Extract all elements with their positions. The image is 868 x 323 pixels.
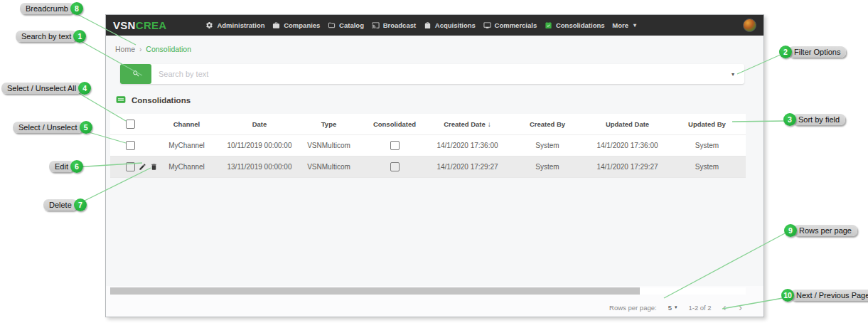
callout-search-by-text: Search by text 1: [16, 30, 86, 43]
nav-label: Acquisitions: [435, 21, 476, 29]
gear-icon: [205, 21, 213, 29]
column-header-updated-date[interactable]: Updated Date: [586, 120, 668, 128]
rows-per-page-value: 5: [668, 304, 672, 312]
breadcrumb: Home › Consolidation: [106, 36, 763, 53]
next-page-icon[interactable]: ›: [739, 302, 742, 312]
callout-number: 10: [781, 289, 794, 302]
nav-item-administration[interactable]: Administration: [205, 21, 264, 29]
cell-type: VSNMulticom: [295, 142, 363, 149]
shopping-bag-icon: [424, 21, 432, 29]
row-select-checkbox[interactable]: [126, 141, 135, 150]
cell-date: 10/11/2019 00:00:00: [224, 142, 295, 149]
previous-page-icon[interactable]: ‹: [723, 302, 727, 312]
logo-text-crea: CREA: [136, 19, 167, 31]
table-header-row: Channel Date Type Consolidated Created D…: [110, 114, 746, 135]
cast-icon: [372, 21, 380, 29]
callout-select-unselect: Select / Unselect 5: [13, 121, 92, 134]
scrollbar-thumb[interactable]: [110, 287, 640, 295]
sort-descending-icon: ↓: [488, 120, 491, 128]
user-avatar[interactable]: [743, 18, 756, 32]
column-header-created-date[interactable]: Created Date↓: [427, 120, 508, 128]
callout-label: Filter Options: [788, 46, 846, 58]
callout-number: 5: [80, 121, 92, 134]
nav-label: Administration: [217, 21, 264, 29]
nav-item-commercials[interactable]: Commercials: [483, 21, 537, 29]
breadcrumb-current[interactable]: Consolidation: [146, 45, 191, 53]
table-row[interactable]: MyChannel 10/11/2019 00:00:00 VSNMultico…: [110, 135, 746, 157]
callout-select-unselect-all: Select / Unselect All 4: [1, 82, 91, 95]
edit-icon[interactable]: [139, 163, 146, 171]
cell-created-date: 14/1/2020 17:36:00: [427, 142, 508, 149]
cell-updated-by: System: [668, 163, 746, 171]
search-bar: ▾: [120, 64, 744, 84]
callout-number: 3: [783, 113, 796, 126]
app-window: VSNCREA Administration Companies Catalog…: [105, 14, 764, 317]
page-title: Consolidations: [132, 96, 191, 105]
callout-label: Breadcrumb: [20, 3, 74, 14]
nav-label: Catalog: [339, 21, 364, 29]
callout-next-previous-page: 10 Next / Previous Page: [781, 289, 868, 302]
column-header-updated-by[interactable]: Updated By: [668, 120, 746, 128]
breadcrumb-separator-icon: ›: [139, 46, 141, 53]
cell-updated-date: 14/1/2020 17:29:27: [586, 163, 668, 171]
nav-label: Broadcast: [383, 21, 416, 29]
briefcase-icon: [272, 21, 280, 29]
callout-label: Select / Unselect All: [1, 83, 82, 94]
column-header-date[interactable]: Date: [224, 120, 295, 128]
nav-item-companies[interactable]: Companies: [272, 21, 320, 29]
row-select-checkbox[interactable]: [126, 162, 135, 171]
column-header-consolidated[interactable]: Consolidated: [363, 120, 427, 128]
consolidated-checkbox[interactable]: [390, 141, 400, 150]
section-header: Consolidations: [116, 94, 763, 107]
folder-icon: [328, 21, 336, 29]
horizontal-scrollbar[interactable]: [110, 287, 746, 295]
callout-delete: Delete 7: [43, 198, 87, 211]
callout-number: 8: [70, 2, 83, 15]
rows-per-page-label: Rows per page:: [609, 304, 657, 312]
nav-item-broadcast[interactable]: Broadcast: [372, 21, 416, 29]
consolidated-checkbox[interactable]: [390, 162, 400, 171]
search-input[interactable]: [151, 70, 732, 78]
cell-date: 13/11/2019 00:00:00: [224, 163, 295, 171]
column-header-created-by[interactable]: Created By: [508, 120, 586, 128]
logo-text-vsn: VSN: [113, 19, 136, 31]
callout-number: 9: [784, 224, 797, 237]
cell-updated-date: 14/1/2020 17:36:00: [586, 142, 668, 149]
callout-label: Rows per page: [793, 225, 857, 236]
callout-label: Search by text: [16, 31, 77, 42]
select-all-checkbox[interactable]: [126, 120, 135, 129]
callout-number: 7: [74, 198, 87, 211]
nav-label: Consolidations: [556, 21, 605, 29]
cell-created-date: 14/1/2020 17:29:27: [427, 163, 508, 171]
search-icon: [132, 69, 140, 80]
vsncrea-logo[interactable]: VSNCREA: [113, 19, 166, 31]
calendar-check-icon: [545, 21, 552, 29]
breadcrumb-home[interactable]: Home: [115, 45, 135, 53]
table-row[interactable]: MyChannel 13/11/2019 00:00:00 VSNMultico…: [110, 157, 746, 178]
cell-created-by: System: [508, 163, 586, 171]
column-header-channel[interactable]: Channel: [149, 120, 224, 128]
callout-sort-by-field: 3 Sort by field: [783, 113, 845, 126]
table-footer: Rows per page: 5 ▾ 1-2 of 2 ‹ ›: [106, 286, 763, 317]
monitor-icon: [483, 21, 491, 29]
nav-item-acquisitions[interactable]: Acquisitions: [424, 21, 476, 29]
nav-item-consolidations[interactable]: Consolidations: [545, 21, 605, 29]
nav-label: Commercials: [495, 21, 537, 29]
column-label: Created Date: [444, 120, 486, 128]
callout-filter-options: 2 Filter Options: [779, 46, 846, 58]
filter-options-caret-icon[interactable]: ▾: [732, 71, 744, 78]
cell-channel: MyChannel: [149, 163, 224, 171]
search-button[interactable]: [120, 64, 151, 84]
top-navbar: VSNCREA Administration Companies Catalog…: [106, 15, 763, 36]
callout-number: 4: [78, 82, 91, 95]
callout-rows-per-page: 9 Rows per page: [784, 224, 857, 237]
nav-item-catalog[interactable]: Catalog: [328, 21, 364, 29]
column-header-type[interactable]: Type: [295, 120, 363, 128]
caret-down-icon: ▾: [633, 22, 636, 28]
rows-per-page-select[interactable]: 5 ▾: [668, 304, 677, 312]
nav-item-more[interactable]: More ▾: [612, 21, 636, 29]
pagination: Rows per page: 5 ▾ 1-2 of 2 ‹ ›: [609, 302, 742, 312]
consolidations-table: Channel Date Type Consolidated Created D…: [110, 114, 746, 178]
callout-number: 1: [73, 30, 86, 43]
cell-updated-by: System: [668, 142, 746, 149]
